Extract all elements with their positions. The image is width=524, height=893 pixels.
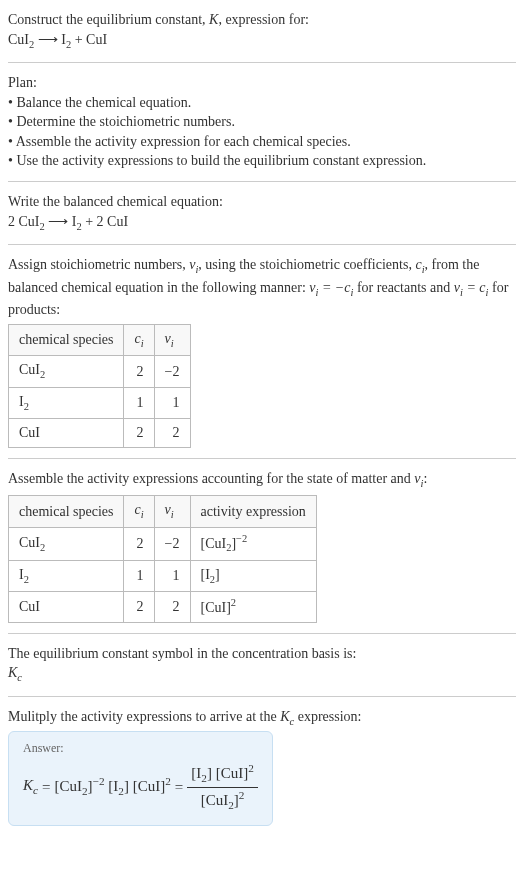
table-header-row: chemical species ci νi activity expressi… [9,496,317,527]
answer-box: Answer: Kc = [CuI2]−2 [I2] [CuI]2 = [I2]… [8,731,273,826]
cell-nui: 1 [154,387,190,418]
plan-bullet: • Determine the stoichiometric numbers. [8,112,516,132]
intro-line: Construct the equilibrium constant, K, e… [8,10,516,30]
table-row: I2 1 1 [9,387,191,418]
stoich-text-b: , using the stoichiometric coefficients, [198,257,415,272]
balanced-equation: 2 CuI2 ⟶ I2 + 2 CuI [8,212,516,234]
equals-sign: = [175,777,183,798]
activity-text-b: : [423,471,427,486]
cell-activity: [CuI]2 [190,592,316,622]
plan-title: Plan: [8,73,516,93]
divider [8,458,516,459]
multiply-text-b: expression: [294,709,361,724]
nu-eq-neg-c: νi = −ci [309,280,353,295]
c-symbol: ci [415,257,424,272]
intro-equation: CuI2 ⟶ I2 + CuI [8,30,516,52]
cell-ci: 2 [124,356,154,387]
activity-table: chemical species ci νi activity expressi… [8,495,317,622]
stoich-table: chemical species ci νi CuI2 2 −2 I2 1 1 … [8,324,191,448]
equals-sign: = [42,777,50,798]
cell-activity: [CuI2]−2 [190,527,316,560]
activity-text: Assemble the activity expressions accoun… [8,469,516,491]
intro-text-post: , expression for: [218,12,309,27]
cell-ci: 1 [124,387,154,418]
stoich-text-d: for reactants and [353,280,453,295]
cell-species: CuI [9,592,124,622]
table-row: CuI 2 2 [CuI]2 [9,592,317,622]
multiply-text-a: Mulitply the activity expressions to arr… [8,709,280,724]
cell-species: CuI2 [9,356,124,387]
divider [8,696,516,697]
stoich-text-a: Assign stoichiometric numbers, [8,257,189,272]
cell-activity: [I2] [190,560,316,591]
fraction: [I2] [CuI]2 [CuI2]2 [187,761,258,814]
plan-bullet: • Assemble the activity expression for e… [8,132,516,152]
divider [8,244,516,245]
fraction-numerator: [I2] [CuI]2 [187,761,258,788]
cell-ci: 2 [124,419,154,448]
col-nui: νi [154,496,190,527]
kc-symbol-inline: Kc [280,709,294,724]
col-nui: νi [154,324,190,355]
divider [8,181,516,182]
col-activity: activity expression [190,496,316,527]
intro-text-pre: Construct the equilibrium constant, [8,12,209,27]
plan-bullet: • Use the activity expressions to build … [8,151,516,171]
activity-text-a: Assemble the activity expressions accoun… [8,471,414,486]
answer-expression: Kc = [CuI2]−2 [I2] [CuI]2 = [I2] [CuI]2 … [23,761,258,814]
col-ci: ci [124,496,154,527]
table-row: CuI 2 2 [9,419,191,448]
table-row: CuI2 2 −2 [CuI2]−2 [9,527,317,560]
col-ci: ci [124,324,154,355]
plan-bullet: • Balance the chemical equation. [8,93,516,113]
cell-nui: 2 [154,419,190,448]
cell-nui: −2 [154,527,190,560]
multiply-line: Mulitply the activity expressions to arr… [8,707,516,729]
table-header-row: chemical species ci νi [9,324,191,355]
cell-ci: 1 [124,560,154,591]
cell-nui: 2 [154,592,190,622]
divider [8,633,516,634]
stoich-section: Assign stoichiometric numbers, νi, using… [8,249,516,454]
nu-symbol: νi [189,257,198,272]
activity-section: Assemble the activity expressions accoun… [8,463,516,629]
intro-section: Construct the equilibrium constant, K, e… [8,4,516,58]
table-row: CuI2 2 −2 [9,356,191,387]
basis-section: The equilibrium constant symbol in the c… [8,638,516,692]
cell-species: I2 [9,387,124,418]
cell-nui: 1 [154,560,190,591]
balanced-title: Write the balanced chemical equation: [8,192,516,212]
cell-ci: 2 [124,592,154,622]
intro-var-k: K [209,12,218,27]
cell-nui: −2 [154,356,190,387]
cell-species: CuI2 [9,527,124,560]
nu-eq-c: νi = ci [454,280,489,295]
answer-label: Answer: [23,740,258,757]
balanced-section: Write the balanced chemical equation: 2 … [8,186,516,240]
col-species: chemical species [9,324,124,355]
kc-symbol: Kc [8,663,516,685]
cell-species: CuI [9,419,124,448]
cell-ci: 2 [124,527,154,560]
plan-section: Plan: • Balance the chemical equation. •… [8,67,516,177]
col-species: chemical species [9,496,124,527]
stoich-text: Assign stoichiometric numbers, νi, using… [8,255,516,320]
divider [8,62,516,63]
multiply-section: Mulitply the activity expressions to arr… [8,701,516,833]
product-expr: [CuI2]−2 [I2] [CuI]2 [54,774,170,800]
table-row: I2 1 1 [I2] [9,560,317,591]
fraction-denominator: [CuI2]2 [187,788,258,814]
cell-species: I2 [9,560,124,591]
kc-lhs: Kc [23,775,38,799]
basis-line: The equilibrium constant symbol in the c… [8,644,516,664]
